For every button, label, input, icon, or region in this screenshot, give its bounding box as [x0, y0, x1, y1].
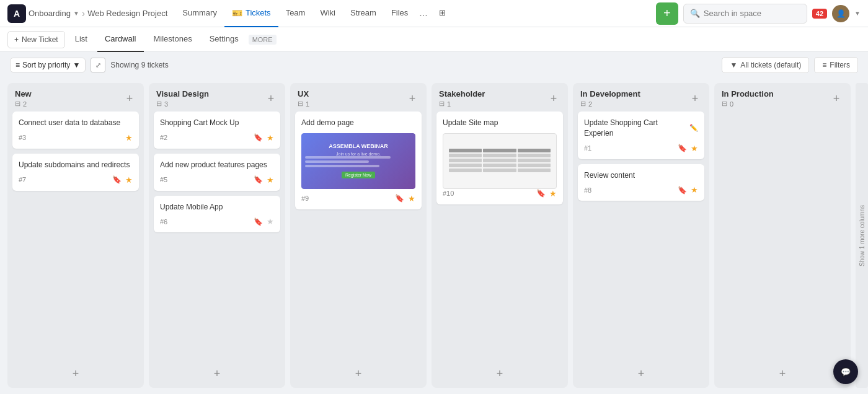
column-header-prod: In Production ⊟ 0 + [714, 83, 851, 112]
bookmark-icon-10[interactable]: 🔖 [536, 189, 546, 198]
add-card-vd[interactable]: + [154, 364, 280, 384]
bookmark-icon-6[interactable]: 🔖 [254, 217, 263, 226]
chat-button[interactable]: 💬 [833, 359, 858, 384]
expand-icon: ⤢ [95, 61, 101, 69]
sub-nav-more[interactable]: MORE [249, 35, 277, 45]
tab-summary[interactable]: Summary [175, 0, 224, 27]
column-title-new: New [15, 89, 123, 98]
column-count-sh: ⊟ 1 [439, 100, 547, 108]
tab-tickets[interactable]: 🎫 Tickets [224, 0, 278, 27]
side-panel[interactable]: Show 1 more columns [856, 83, 868, 388]
tab-milestones[interactable]: Milestones [146, 27, 200, 52]
tab-files[interactable]: Files [384, 0, 415, 27]
column-title-prod: In Production [722, 89, 830, 98]
bookmark-icon-2[interactable]: 🔖 [254, 133, 263, 142]
avatar-chevron-icon[interactable]: ▼ [854, 10, 861, 17]
column-add-dev[interactable]: + [688, 92, 702, 105]
top-nav: A Onboarding ▼ › Web Redesign Project Su… [0, 0, 868, 27]
column-body-ux: Add demo page ASSEMBLA WEBINAR Join us f… [290, 112, 427, 360]
workspace-link[interactable]: Onboarding ▼ [29, 9, 79, 18]
card-title-1: Update Shopping Cart Experien ✏️ [584, 118, 698, 139]
card-5[interactable]: Add new product features pages #5 🔖 ★ [154, 154, 280, 191]
star-icon-5[interactable]: ★ [267, 175, 274, 185]
card-3[interactable]: Connect user data to database #3 ★ [12, 112, 139, 149]
notification-badge[interactable]: 42 [812, 9, 827, 19]
star-icon-6[interactable]: ★ [267, 217, 274, 226]
filter-icon: ≡ [822, 61, 826, 69]
tab-stream[interactable]: Stream [343, 0, 384, 27]
add-card-dev[interactable]: + [578, 364, 704, 384]
card-6[interactable]: Update Mobile App #6 🔖 ★ [154, 196, 280, 233]
column-count-dev: ⊟ 2 [580, 100, 688, 108]
tab-team[interactable]: Team [278, 0, 313, 27]
bookmark-icon-1[interactable]: 🔖 [678, 144, 687, 152]
card-9[interactable]: Add demo page ASSEMBLA WEBINAR Join us f… [295, 112, 422, 209]
tab-wiki[interactable]: Wiki [312, 0, 343, 27]
project-link[interactable]: Web Redesign Project [87, 9, 167, 18]
tab-settings[interactable]: Settings [202, 27, 246, 52]
column-add-new[interactable]: + [123, 92, 136, 105]
bookmark-icon-9[interactable]: 🔖 [395, 194, 404, 203]
sort-chevron-icon: ▼ [73, 61, 80, 69]
toolbar: ≡ Sort by priority ▼ ⤢ Showing 9 tickets… [0, 52, 868, 78]
column-add-prod[interactable]: + [830, 92, 843, 105]
star-icon-9[interactable]: ★ [408, 194, 415, 203]
nav-right: + 🔍 42 👤 ▼ [656, 2, 861, 25]
add-card-prod[interactable]: + [719, 364, 846, 384]
card-id-2: #2 [160, 134, 167, 141]
add-card-sh[interactable]: + [436, 364, 563, 384]
card-actions-3: ★ [125, 133, 133, 142]
star-icon-8[interactable]: ★ [691, 185, 698, 195]
card-footer-6: #6 🔖 ★ [160, 217, 274, 226]
add-button[interactable]: + [656, 2, 678, 25]
column-body-new: Connect user data to database #3 ★ Updat… [7, 112, 144, 360]
card-2[interactable]: Shopping Cart Mock Up #2 🔖 ★ [154, 112, 280, 149]
card-actions-2: 🔖 ★ [254, 133, 274, 142]
star-icon-3[interactable]: ★ [125, 133, 133, 142]
grid-small-icon: ⊟ [580, 100, 586, 108]
grid-view-btn[interactable]: ⊞ [432, 0, 453, 27]
grid-small-icon: ⊟ [722, 100, 727, 108]
card-footer-7: #7 🔖 ★ [19, 175, 133, 185]
column-header-vd: Visual Design ⊟ 3 + [149, 83, 285, 112]
card-10[interactable]: Update Site map #10 🔖 ★ [436, 112, 563, 204]
avatar[interactable]: 👤 [832, 5, 849, 22]
all-tickets-button[interactable]: ▼ All tickets (default) [722, 57, 809, 73]
card-title-3: Connect user data to database [19, 118, 133, 128]
search-box[interactable]: 🔍 [683, 4, 807, 24]
card-title-2: Shopping Cart Mock Up [160, 118, 274, 128]
expand-button[interactable]: ⤢ [91, 58, 105, 72]
star-icon-7[interactable]: ★ [125, 175, 133, 185]
bookmark-icon-5[interactable]: 🔖 [254, 175, 263, 184]
tab-list[interactable]: List [68, 27, 95, 52]
card-id-3: #3 [19, 134, 26, 141]
column-title-ux: UX [298, 89, 405, 98]
column-ux: UX ⊟ 1 + Add demo page ASSEMBLA WEBINAR … [290, 83, 427, 388]
card-8[interactable]: Review content #8 🔖 ★ [578, 164, 704, 201]
card-7[interactable]: Update subdomains and redirects #7 🔖 ★ [12, 154, 139, 191]
tab-more[interactable]: ... [415, 0, 431, 27]
add-card-ux[interactable]: + [295, 364, 422, 384]
logo-button[interactable]: A [7, 4, 26, 23]
bookmark-icon-8[interactable]: 🔖 [678, 186, 687, 195]
tab-cardwall[interactable]: Cardwall [97, 27, 144, 52]
star-icon-2[interactable]: ★ [267, 133, 274, 142]
column-add-ux[interactable]: + [405, 92, 419, 105]
column-add-sh[interactable]: + [547, 92, 560, 105]
new-ticket-button[interactable]: + New Ticket [7, 31, 65, 48]
card-actions-6: 🔖 ★ [254, 217, 274, 226]
add-card-new[interactable]: + [12, 364, 139, 384]
star-icon-10[interactable]: ★ [549, 189, 557, 198]
sort-selector[interactable]: ≡ Sort by priority ▼ [10, 58, 86, 72]
filters-button[interactable]: ≡ Filters [814, 57, 858, 73]
star-icon-1[interactable]: ★ [691, 144, 698, 153]
column-title-vd: Visual Design [156, 89, 264, 98]
card-1[interactable]: Update Shopping Cart Experien ✏️ #1 🔖 ★ [578, 112, 704, 159]
bookmark-icon-7[interactable]: 🔖 [112, 175, 122, 184]
sort-icon: ≡ [16, 61, 20, 69]
search-input[interactable] [704, 9, 800, 18]
edit-icon-1[interactable]: ✏️ [689, 123, 698, 133]
column-add-vd[interactable]: + [264, 92, 278, 105]
column-stakeholder: Stakeholder ⊟ 1 + Update Site map [432, 83, 568, 388]
column-count-prod: ⊟ 0 [722, 100, 830, 108]
